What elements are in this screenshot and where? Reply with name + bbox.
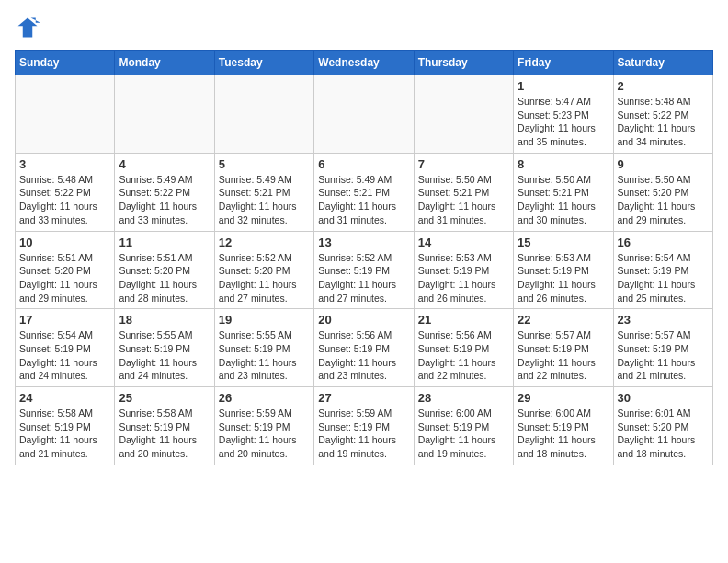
calendar-week-row: 3Sunrise: 5:48 AM Sunset: 5:22 PM Daylig… bbox=[16, 153, 713, 231]
day-info: Sunrise: 5:53 AM Sunset: 5:19 PM Dayligh… bbox=[518, 251, 609, 305]
day-info: Sunrise: 5:50 AM Sunset: 5:20 PM Dayligh… bbox=[618, 173, 709, 227]
calendar-cell: 7Sunrise: 5:50 AM Sunset: 5:21 PM Daylig… bbox=[414, 153, 513, 231]
day-info: Sunrise: 5:52 AM Sunset: 5:19 PM Dayligh… bbox=[318, 251, 409, 305]
day-info: Sunrise: 5:56 AM Sunset: 5:19 PM Dayligh… bbox=[418, 328, 509, 383]
calendar-week-row: 1Sunrise: 5:47 AM Sunset: 5:23 PM Daylig… bbox=[16, 75, 713, 154]
day-info: Sunrise: 5:59 AM Sunset: 5:19 PM Dayligh… bbox=[219, 407, 310, 461]
day-number: 11 bbox=[119, 236, 210, 249]
calendar-cell: 5Sunrise: 5:49 AM Sunset: 5:21 PM Daylig… bbox=[214, 153, 313, 231]
calendar-cell: 6Sunrise: 5:49 AM Sunset: 5:21 PM Daylig… bbox=[314, 153, 414, 231]
calendar-cell: 8Sunrise: 5:50 AM Sunset: 5:21 PM Daylig… bbox=[514, 153, 613, 231]
day-info: Sunrise: 5:48 AM Sunset: 5:22 PM Dayligh… bbox=[618, 95, 709, 149]
day-number: 14 bbox=[418, 236, 509, 249]
day-number: 29 bbox=[518, 391, 609, 405]
day-number: 10 bbox=[19, 236, 110, 249]
day-info: Sunrise: 5:53 AM Sunset: 5:19 PM Dayligh… bbox=[418, 251, 509, 305]
calendar-cell: 20Sunrise: 5:56 AM Sunset: 5:19 PM Dayli… bbox=[314, 309, 414, 387]
day-info: Sunrise: 5:59 AM Sunset: 5:19 PM Dayligh… bbox=[318, 407, 409, 461]
day-info: Sunrise: 5:54 AM Sunset: 5:19 PM Dayligh… bbox=[618, 251, 709, 305]
day-info: Sunrise: 5:52 AM Sunset: 5:20 PM Dayligh… bbox=[219, 251, 310, 305]
day-number: 23 bbox=[618, 313, 709, 327]
day-number: 24 bbox=[19, 391, 110, 405]
day-info: Sunrise: 5:49 AM Sunset: 5:22 PM Dayligh… bbox=[119, 173, 210, 227]
day-number: 5 bbox=[219, 157, 310, 171]
logo-icon bbox=[15, 15, 40, 40]
calendar-cell: 27Sunrise: 5:59 AM Sunset: 5:19 PM Dayli… bbox=[314, 387, 414, 465]
day-number: 16 bbox=[618, 236, 709, 249]
day-number: 13 bbox=[318, 236, 409, 249]
day-number: 8 bbox=[518, 157, 609, 171]
weekday-header: Sunday bbox=[16, 51, 115, 75]
calendar-cell bbox=[115, 75, 214, 154]
day-number: 12 bbox=[219, 236, 310, 249]
day-number: 18 bbox=[119, 313, 210, 327]
calendar-cell: 2Sunrise: 5:48 AM Sunset: 5:22 PM Daylig… bbox=[613, 75, 712, 154]
day-info: Sunrise: 5:54 AM Sunset: 5:19 PM Dayligh… bbox=[19, 328, 110, 383]
day-info: Sunrise: 5:55 AM Sunset: 5:19 PM Dayligh… bbox=[119, 328, 210, 383]
calendar-cell: 26Sunrise: 5:59 AM Sunset: 5:19 PM Dayli… bbox=[214, 387, 313, 465]
day-number: 20 bbox=[318, 313, 409, 327]
day-info: Sunrise: 5:50 AM Sunset: 5:21 PM Dayligh… bbox=[518, 173, 609, 227]
day-number: 19 bbox=[219, 313, 310, 327]
day-number: 17 bbox=[19, 313, 110, 327]
calendar-week-row: 24Sunrise: 5:58 AM Sunset: 5:19 PM Dayli… bbox=[16, 387, 713, 465]
calendar-cell: 23Sunrise: 5:57 AM Sunset: 5:19 PM Dayli… bbox=[613, 309, 712, 387]
calendar-cell: 9Sunrise: 5:50 AM Sunset: 5:20 PM Daylig… bbox=[613, 153, 712, 231]
calendar-cell: 10Sunrise: 5:51 AM Sunset: 5:20 PM Dayli… bbox=[16, 231, 115, 309]
calendar-cell: 17Sunrise: 5:54 AM Sunset: 5:19 PM Dayli… bbox=[16, 309, 115, 387]
day-info: Sunrise: 5:57 AM Sunset: 5:19 PM Dayligh… bbox=[518, 328, 609, 383]
day-info: Sunrise: 5:51 AM Sunset: 5:20 PM Dayligh… bbox=[119, 251, 210, 305]
calendar-cell: 18Sunrise: 5:55 AM Sunset: 5:19 PM Dayli… bbox=[115, 309, 214, 387]
calendar-cell: 22Sunrise: 5:57 AM Sunset: 5:19 PM Dayli… bbox=[514, 309, 613, 387]
calendar-cell: 1Sunrise: 5:47 AM Sunset: 5:23 PM Daylig… bbox=[514, 75, 613, 154]
day-number: 27 bbox=[318, 391, 409, 405]
day-number: 7 bbox=[418, 157, 509, 171]
day-number: 1 bbox=[518, 79, 609, 93]
page-header bbox=[15, 15, 713, 40]
day-info: Sunrise: 5:57 AM Sunset: 5:19 PM Dayligh… bbox=[618, 328, 709, 383]
day-number: 15 bbox=[518, 236, 609, 249]
calendar-cell bbox=[214, 75, 313, 154]
calendar-cell bbox=[314, 75, 414, 154]
calendar-cell: 4Sunrise: 5:49 AM Sunset: 5:22 PM Daylig… bbox=[115, 153, 214, 231]
day-info: Sunrise: 5:47 AM Sunset: 5:23 PM Dayligh… bbox=[518, 95, 609, 149]
day-info: Sunrise: 6:01 AM Sunset: 5:20 PM Dayligh… bbox=[618, 407, 709, 461]
weekday-header: Wednesday bbox=[314, 51, 414, 75]
svg-marker-0 bbox=[18, 18, 38, 38]
day-number: 3 bbox=[19, 157, 110, 171]
day-number: 26 bbox=[219, 391, 310, 405]
calendar-week-row: 10Sunrise: 5:51 AM Sunset: 5:20 PM Dayli… bbox=[16, 231, 713, 309]
calendar-cell: 3Sunrise: 5:48 AM Sunset: 5:22 PM Daylig… bbox=[16, 153, 115, 231]
day-info: Sunrise: 5:56 AM Sunset: 5:19 PM Dayligh… bbox=[318, 328, 409, 383]
weekday-header: Friday bbox=[514, 51, 613, 75]
day-info: Sunrise: 5:51 AM Sunset: 5:20 PM Dayligh… bbox=[19, 251, 110, 305]
calendar-cell: 24Sunrise: 5:58 AM Sunset: 5:19 PM Dayli… bbox=[16, 387, 115, 465]
calendar-cell: 28Sunrise: 6:00 AM Sunset: 5:19 PM Dayli… bbox=[414, 387, 513, 465]
weekday-header: Tuesday bbox=[214, 51, 313, 75]
day-number: 9 bbox=[618, 157, 709, 171]
day-number: 6 bbox=[318, 157, 409, 171]
calendar-table: SundayMondayTuesdayWednesdayThursdayFrid… bbox=[15, 50, 713, 465]
calendar-cell: 16Sunrise: 5:54 AM Sunset: 5:19 PM Dayli… bbox=[613, 231, 712, 309]
weekday-header: Monday bbox=[115, 51, 214, 75]
day-number: 4 bbox=[119, 157, 210, 171]
day-info: Sunrise: 5:49 AM Sunset: 5:21 PM Dayligh… bbox=[219, 173, 310, 227]
calendar-week-row: 17Sunrise: 5:54 AM Sunset: 5:19 PM Dayli… bbox=[16, 309, 713, 387]
calendar-cell: 21Sunrise: 5:56 AM Sunset: 5:19 PM Dayli… bbox=[414, 309, 513, 387]
calendar-cell: 29Sunrise: 6:00 AM Sunset: 5:19 PM Dayli… bbox=[514, 387, 613, 465]
calendar-cell: 13Sunrise: 5:52 AM Sunset: 5:19 PM Dayli… bbox=[314, 231, 414, 309]
calendar-cell: 15Sunrise: 5:53 AM Sunset: 5:19 PM Dayli… bbox=[514, 231, 613, 309]
day-info: Sunrise: 5:50 AM Sunset: 5:21 PM Dayligh… bbox=[418, 173, 509, 227]
calendar-cell: 30Sunrise: 6:01 AM Sunset: 5:20 PM Dayli… bbox=[613, 387, 712, 465]
calendar-cell: 11Sunrise: 5:51 AM Sunset: 5:20 PM Dayli… bbox=[115, 231, 214, 309]
day-number: 22 bbox=[518, 313, 609, 327]
day-info: Sunrise: 6:00 AM Sunset: 5:19 PM Dayligh… bbox=[518, 407, 609, 461]
day-info: Sunrise: 5:58 AM Sunset: 5:19 PM Dayligh… bbox=[119, 407, 210, 461]
day-number: 2 bbox=[618, 79, 709, 93]
weekday-header: Saturday bbox=[613, 51, 712, 75]
day-number: 28 bbox=[418, 391, 509, 405]
day-info: Sunrise: 5:49 AM Sunset: 5:21 PM Dayligh… bbox=[318, 173, 409, 227]
day-info: Sunrise: 5:58 AM Sunset: 5:19 PM Dayligh… bbox=[19, 407, 110, 461]
calendar-cell bbox=[414, 75, 513, 154]
calendar-cell: 14Sunrise: 5:53 AM Sunset: 5:19 PM Dayli… bbox=[414, 231, 513, 309]
